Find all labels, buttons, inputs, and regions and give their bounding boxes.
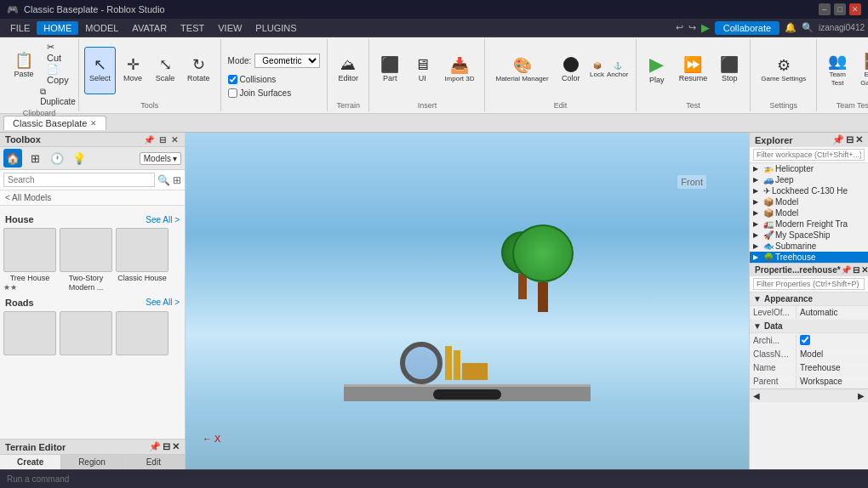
menu-file[interactable]: FILE (3, 21, 37, 35)
explorer-dock-icon[interactable]: ⊟ (846, 134, 854, 145)
toolbox-pin-icon[interactable]: 📌 (142, 135, 156, 145)
rotate-button[interactable]: ↻ Rotate (182, 47, 215, 94)
team-test-button[interactable]: 👥 TeamTest (822, 47, 853, 94)
terrain-pin-icon[interactable]: 📌 (149, 441, 161, 452)
tree-item-helicopter[interactable]: ▶ 🚁 Helicopter (750, 163, 868, 174)
menu-view[interactable]: VIEW (211, 21, 248, 35)
group-button[interactable]: 📦 Lock ⚓ Anchor (588, 47, 631, 94)
toolbox-light-nav[interactable]: 💡 (70, 149, 89, 167)
props-scroll-left[interactable]: ◀ (753, 391, 760, 400)
props-search-input[interactable] (753, 278, 865, 290)
tree-item-model2[interactable]: ▶ 📦 Model (750, 207, 868, 218)
duplicate-button[interactable]: ⧉ Duplicate (43, 85, 73, 107)
props-scroll-right[interactable]: ▶ (858, 391, 865, 400)
search-input[interactable] (3, 173, 155, 187)
explorer-search-input[interactable] (753, 149, 865, 161)
classic-house-item[interactable]: Classic House (116, 228, 168, 292)
stop-button[interactable]: ⬛ Stop (714, 47, 745, 94)
props-search (750, 276, 868, 292)
roads-see-all[interactable]: See All > (146, 298, 180, 307)
appearance-section-header[interactable]: ▼ Appearance (750, 292, 868, 306)
clipboard-section: 📋 Paste ✂ Cut 📄 Copy ⧉ Duplicate Clipboa… (0, 39, 79, 111)
play-button[interactable]: ▶ Play (642, 47, 672, 94)
copy-button[interactable]: 📄 Copy (43, 63, 73, 85)
terrain-create-tab[interactable]: Create (0, 455, 61, 469)
category-bar[interactable]: < All Models (0, 190, 185, 206)
collaborate-button[interactable]: Collaborate (715, 21, 779, 35)
terrain-close-icon[interactable]: ✕ (172, 441, 180, 452)
archive-checkbox[interactable] (800, 335, 810, 345)
redo-icon[interactable]: ↪ (688, 22, 696, 33)
tree-item-model1[interactable]: ▶ 📦 Model (750, 196, 868, 207)
menu-model[interactable]: MODEL (78, 21, 125, 35)
house-see-all[interactable]: See All > (146, 215, 180, 224)
search-icon[interactable]: 🔍 (802, 22, 814, 33)
modern-house-item[interactable]: Two-Story Modern ... (60, 228, 112, 292)
terrain-editor-button[interactable]: ⛰ Editor (333, 47, 363, 94)
tree-item-submarine[interactable]: ▶ 🐟 Submarine (750, 241, 868, 252)
collisions-checkbox[interactable] (228, 75, 237, 84)
minimize-button[interactable]: – (819, 3, 831, 15)
name-row: Name Treehouse (750, 361, 868, 375)
terrain-region-tab[interactable]: Region (61, 455, 123, 469)
exit-game-button[interactable]: 🚪 ExitGame (854, 47, 868, 94)
undo-icon[interactable]: ↩ (676, 22, 683, 33)
toolbox-close-icon[interactable]: ✕ (169, 135, 180, 145)
properties-panel: Propertie...reehouse* 📌 ⊟ ✕ ▼ Appearance… (750, 264, 868, 469)
scale-button[interactable]: ⤡ Scale (150, 47, 180, 94)
group-icon: 📦 (593, 62, 602, 70)
join-surfaces-checkbox[interactable] (228, 88, 237, 98)
bell-icon[interactable]: 🔔 (785, 22, 797, 33)
search-icon[interactable]: 🔍 (157, 174, 170, 186)
select-button[interactable]: ↖ Select (84, 47, 116, 94)
explorer-pin-icon[interactable]: 📌 (832, 134, 844, 145)
explorer-close-icon[interactable]: ✕ (855, 134, 863, 145)
menu-avatar[interactable]: AVATAR (125, 21, 174, 35)
play-icon[interactable]: ▶ (701, 21, 710, 34)
resume-button[interactable]: ⏩ Resume (674, 47, 713, 94)
toolbox-home-nav[interactable]: 🏠 (3, 149, 22, 167)
terrain-dock-icon[interactable]: ⊟ (163, 441, 170, 452)
road-item-2[interactable] (60, 311, 112, 357)
game-settings-button[interactable]: ⚙ Game Settings (756, 47, 811, 94)
ui-button[interactable]: 🖥 UI (407, 47, 437, 94)
import3d-button[interactable]: 📥 Import 3D (439, 47, 479, 94)
tab-classic-baseplate[interactable]: Classic Baseplate ✕ (3, 116, 106, 130)
tree-item-treehouse[interactable]: ▶ 🌳 Treehouse (750, 252, 868, 263)
menu-plugins[interactable]: PLUGINS (248, 21, 303, 35)
toolbox-recent-nav[interactable]: 🕐 (48, 149, 66, 167)
filter-icon[interactable]: ⊞ (173, 174, 181, 186)
move-button[interactable]: ✛ Move (117, 47, 148, 94)
axis-x-label: ← X (203, 434, 220, 444)
props-close-icon[interactable]: ✕ (861, 265, 868, 275)
terrain-edit-tab[interactable]: Edit (123, 455, 185, 469)
tree-item-jeep[interactable]: ▶ 🚙 Jeep (750, 174, 868, 185)
data-section-header[interactable]: ▼ Data (750, 320, 868, 333)
toolbox-grid-nav[interactable]: ⊞ (26, 149, 44, 167)
menu-home[interactable]: HOME (37, 21, 78, 35)
color-button[interactable]: Color (556, 47, 586, 94)
tab-close-icon[interactable]: ✕ (90, 119, 97, 128)
cut-button[interactable]: ✂ Cut (43, 41, 73, 63)
parent-prop-value: Workspace (797, 375, 868, 388)
model-dropdown[interactable]: Models ▾ (140, 152, 181, 165)
tree-item-freight[interactable]: ▶ 🚛 Modern Freight Tra (750, 218, 868, 230)
command-input[interactable] (7, 474, 861, 484)
tree-item-spaceship[interactable]: ▶ 🚀 My SpaceShip (750, 230, 868, 241)
house-items-grid: Tree House ★★ Two-Story Modern ... Class… (3, 228, 181, 292)
props-dock-icon[interactable]: ⊟ (853, 265, 859, 275)
part-button[interactable]: ⬛ Part (374, 47, 405, 94)
tree-item-lockheed[interactable]: ▶ ✈ Lockheed C-130 He (750, 185, 868, 196)
paste-button[interactable]: 📋 Paste (5, 41, 43, 90)
props-pin-icon[interactable]: 📌 (841, 265, 851, 275)
viewport[interactable]: Front ← X (186, 133, 749, 469)
road-item-1[interactable] (3, 311, 56, 357)
road-item-3[interactable] (116, 311, 168, 357)
close-button[interactable]: ✕ (849, 3, 861, 15)
mode-dropdown[interactable]: Geometric (254, 54, 320, 68)
material-manager-button[interactable]: 🎨 Material Manager (490, 47, 553, 94)
menu-test[interactable]: TEST (174, 21, 211, 35)
maximize-button[interactable]: □ (834, 3, 846, 15)
toolbox-dock-icon[interactable]: ⊟ (157, 135, 168, 145)
treehouse-item[interactable]: Tree House ★★ (3, 228, 56, 292)
